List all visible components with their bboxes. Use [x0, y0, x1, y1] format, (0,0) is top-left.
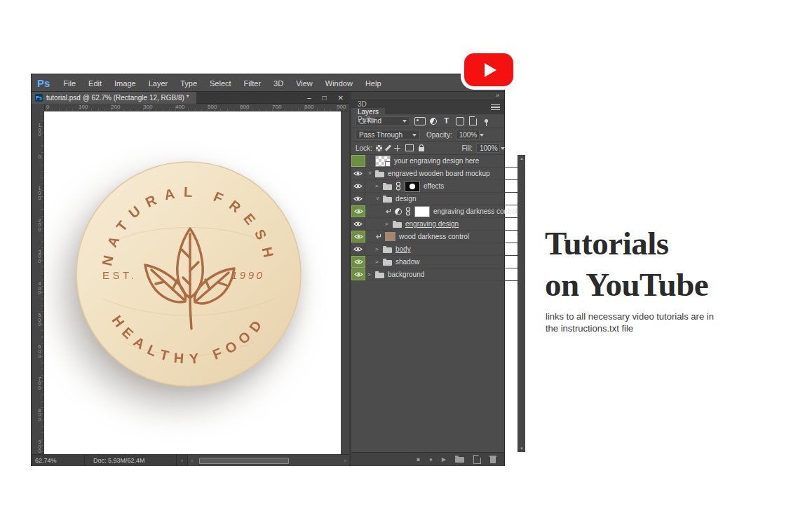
- zoom-level-field[interactable]: 62.74%: [32, 455, 85, 466]
- layer-name: engraved wooden board mockup: [388, 170, 490, 177]
- layer-thumbnail[interactable]: [375, 156, 391, 167]
- horizontal-scrollbar[interactable]: ‹ ›: [188, 455, 349, 466]
- visibility-toggle[interactable]: [351, 218, 365, 230]
- tab-paths[interactable]: Paths: [351, 116, 385, 123]
- layer-thumbnail[interactable]: [385, 232, 395, 241]
- layer-row-body[interactable]: >body: [351, 243, 518, 256]
- filter-pin-button[interactable]: [480, 116, 492, 126]
- visibility-toggle[interactable]: [351, 268, 365, 280]
- layer-name: your engraving design here: [394, 157, 479, 165]
- blend-mode-dropdown[interactable]: Pass Through: [356, 130, 420, 139]
- layers-list: your engraving design here>engraved wood…: [351, 155, 518, 452]
- visibility-toggle[interactable]: [351, 168, 365, 179]
- menu-3d[interactable]: 3D: [267, 79, 290, 88]
- layer-mask-button[interactable]: ▶: [442, 456, 446, 463]
- ruler-label: 100: [36, 123, 43, 137]
- scroll-up-icon[interactable]: ▲: [518, 156, 525, 161]
- chevron-right-icon[interactable]: >: [385, 221, 389, 227]
- scroll-left-icon[interactable]: ‹: [188, 457, 196, 464]
- close-button[interactable]: ✕: [338, 95, 344, 102]
- status-options-chevron[interactable]: ›: [176, 455, 188, 466]
- menu-file[interactable]: File: [57, 79, 82, 88]
- layer-row-design[interactable]: >design: [351, 193, 518, 205]
- filter-type-button[interactable]: T: [440, 116, 452, 126]
- chevron-right-icon[interactable]: >: [375, 246, 379, 252]
- menu-view[interactable]: View: [290, 79, 319, 88]
- filter-image-button[interactable]: [414, 116, 426, 126]
- chevron-down-icon[interactable]: >: [367, 172, 373, 176]
- layer-row-content: >effects: [365, 180, 518, 192]
- layers-panel: » 3DLayersPaths Kind T Pass Th: [351, 92, 504, 466]
- layer-thumbnail[interactable]: [414, 206, 430, 217]
- youtube-icon[interactable]: [464, 53, 513, 86]
- chevron-down-icon[interactable]: >: [374, 197, 381, 201]
- filter-smart-object-button[interactable]: [467, 116, 479, 126]
- scroll-down-icon[interactable]: ▼: [518, 446, 525, 451]
- layer-row-engraved-wooden-board-mockup[interactable]: >engraved wooden board mockup: [351, 168, 518, 180]
- photoshop-window: Ps FileEditImageLayerTypeSelectFilter3DV…: [31, 74, 505, 466]
- eye-icon: [354, 208, 363, 214]
- document-tab[interactable]: Ps tutorial.psd @ 62.7% (Rectangle 12, R…: [32, 92, 196, 104]
- menu-image[interactable]: Image: [108, 79, 142, 88]
- menu-help[interactable]: Help: [359, 79, 388, 88]
- filter-shape-button[interactable]: [454, 116, 466, 126]
- chevron-right-icon[interactable]: >: [375, 183, 379, 189]
- scrollbar-track[interactable]: [196, 457, 341, 465]
- lock-artboard-icon[interactable]: [405, 144, 414, 151]
- document-canvas[interactable]: NATURAL FRESH HEALTHY FOOD EST. 1990: [44, 111, 341, 454]
- visibility-toggle[interactable]: [351, 256, 365, 268]
- layer-thumbnail[interactable]: [405, 181, 420, 192]
- scrollbar-thumb[interactable]: [199, 458, 289, 464]
- visibility-toggle[interactable]: [351, 243, 365, 255]
- menu-filter[interactable]: Filter: [238, 79, 267, 88]
- visibility-toggle[interactable]: [351, 155, 365, 167]
- filter-adjustment-button[interactable]: [427, 116, 439, 126]
- layer-name: effects: [424, 182, 444, 190]
- link-layers-button[interactable]: ■: [417, 456, 420, 463]
- visibility-toggle[interactable]: [351, 205, 365, 217]
- panel-scrollbar[interactable]: ▲ ▼: [518, 155, 525, 452]
- chevron-right-icon[interactable]: >: [367, 271, 372, 278]
- layer-row-engraving-darkness-control[interactable]: engraving darkness control: [351, 205, 518, 218]
- layer-row-engraving-design[interactable]: >engraving design: [351, 218, 518, 231]
- lock-brush-icon[interactable]: [385, 144, 391, 151]
- collapse-panel-icon[interactable]: »: [496, 92, 499, 100]
- panel-menu-icon[interactable]: [491, 104, 500, 111]
- minimize-button[interactable]: –: [307, 95, 311, 102]
- visibility-toggle[interactable]: [351, 193, 365, 205]
- layer-row-shadow[interactable]: >shadow: [351, 256, 518, 268]
- tab-layers[interactable]: Layers: [351, 108, 385, 116]
- tab-3d[interactable]: 3D: [351, 100, 385, 108]
- ruler-label: 400: [175, 104, 184, 111]
- eye-icon: [353, 183, 363, 189]
- menu-edit[interactable]: Edit: [82, 79, 108, 88]
- menu-window[interactable]: Window: [319, 79, 359, 88]
- layer-row-content: your engraving design here: [365, 155, 518, 167]
- lock-lock-all-icon[interactable]: [419, 147, 424, 151]
- document-title: tutorial.psd @ 62.7% (Rectangle 12, RGB/…: [46, 94, 189, 102]
- layer-row-wood-darkness-control[interactable]: wood darkness control: [351, 231, 518, 243]
- scroll-right-icon[interactable]: ›: [341, 457, 349, 464]
- opacity-dropdown[interactable]: 100%: [456, 130, 480, 139]
- new-group-button[interactable]: [455, 457, 464, 463]
- lock-transparency-icon[interactable]: [376, 145, 382, 151]
- layer-row-effects[interactable]: >effects: [351, 180, 518, 193]
- layer-row-content: >shadow: [365, 256, 518, 268]
- maximize-button[interactable]: □: [323, 95, 327, 102]
- menu-type[interactable]: Type: [174, 79, 203, 88]
- chevron-right-icon[interactable]: >: [375, 259, 379, 265]
- layer-style-button[interactable]: ●: [429, 456, 433, 463]
- delete-layer-button[interactable]: [490, 456, 496, 463]
- layer-name: engraving darkness control: [433, 207, 518, 215]
- lock-move-icon[interactable]: [394, 145, 400, 151]
- fill-dropdown[interactable]: 100%: [476, 143, 500, 153]
- layer-row-your-engraving-design-here[interactable]: your engraving design here: [351, 155, 518, 168]
- menu-select[interactable]: Select: [203, 79, 238, 88]
- menu-layer[interactable]: Layer: [142, 79, 175, 88]
- visibility-toggle[interactable]: [351, 180, 365, 192]
- new-layer-button[interactable]: [473, 455, 481, 464]
- layer-row-background[interactable]: >background: [351, 268, 518, 281]
- visibility-toggle[interactable]: [351, 231, 365, 243]
- blend-mode-value: Pass Through: [359, 131, 403, 139]
- clipping-mask-icon: [375, 233, 381, 240]
